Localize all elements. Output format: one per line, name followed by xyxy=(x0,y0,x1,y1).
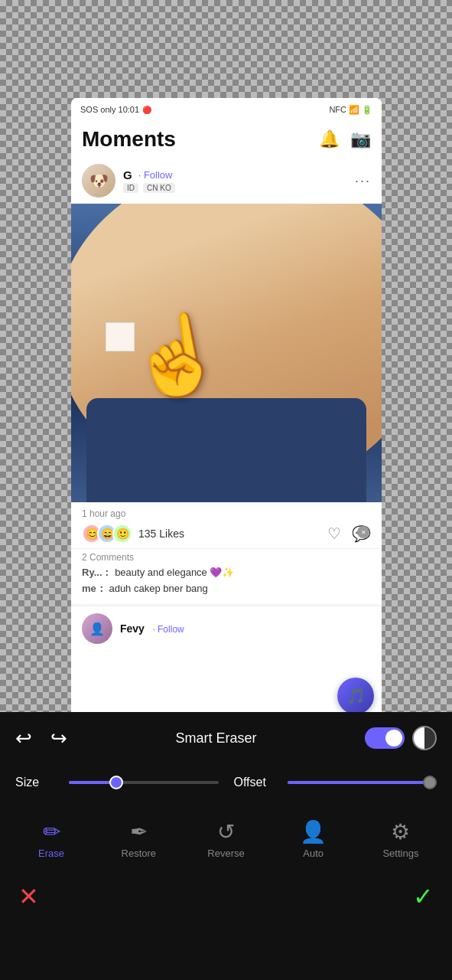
follow-button[interactable]: · Follow xyxy=(138,169,173,181)
restore-icon: ✒ xyxy=(130,819,148,844)
toggle-knob xyxy=(385,730,402,746)
comment-2-text: aduh cakep bner bang xyxy=(109,583,207,594)
comment-2: me： aduh cakep bner bang xyxy=(82,582,371,596)
signal-bars: 📶 xyxy=(349,105,359,115)
size-label: Size xyxy=(15,776,61,789)
undo-redo: ↩ ↪ xyxy=(15,727,67,750)
tool-settings[interactable]: ⚙ Settings xyxy=(357,819,444,859)
tool-reverse[interactable]: ↺ Reverse xyxy=(182,819,269,859)
auto-icon: 👤 xyxy=(300,819,327,844)
nfc-icon: NFC xyxy=(329,105,346,114)
smart-eraser-toggle[interactable] xyxy=(365,727,405,749)
contrast-icon[interactable] xyxy=(412,726,437,750)
toggle-container xyxy=(365,726,437,750)
sos-icon: 🔴 xyxy=(142,106,151,114)
tag-cn-ko: CN KO xyxy=(143,183,175,193)
user-info: G · Follow ID CN KO xyxy=(123,168,347,193)
reverse-icon: ↺ xyxy=(217,819,235,844)
post-image[interactable]: ☝ xyxy=(71,204,382,502)
post-footer: 1 hour ago 😊 😄 🙂 135 Likes ♡ 💬 ✕ xyxy=(71,502,382,548)
tool-buttons-row: ✏ Erase ✒ Restore ↺ Reverse 👤 Auto ⚙ Set… xyxy=(0,801,452,870)
offset-slider-fill xyxy=(288,781,437,784)
bell-icon[interactable]: 🔔 xyxy=(319,129,340,149)
cancel-button[interactable]: ✕ xyxy=(18,882,39,911)
person-body xyxy=(86,398,366,503)
likes-section: 😊 😄 🙂 135 Likes xyxy=(82,524,184,544)
comments-count: 2 Comments xyxy=(82,552,371,563)
status-bar: SOS only 10:01 🔴 NFC 📶 🔋 xyxy=(71,98,382,121)
comment-2-user: me： xyxy=(82,583,106,594)
tool-erase[interactable]: ✏ Erase xyxy=(8,819,95,859)
post-user-info: 🐶 G · Follow ID CN KO ··· xyxy=(71,158,382,204)
bottom-action-row: ✕ ✓ xyxy=(0,870,452,931)
next-username: Fevy xyxy=(120,622,145,635)
next-follow-button[interactable]: · Follow xyxy=(152,624,184,635)
next-post: 👤 Fevy · Follow xyxy=(71,604,382,650)
smart-eraser-row: ↩ ↪ Smart Eraser xyxy=(0,712,452,764)
size-slider-fill xyxy=(69,781,114,784)
close-badge: ✕ xyxy=(357,526,369,538)
post-time: 1 hour ago xyxy=(82,508,371,519)
post-more-button[interactable]: ··· xyxy=(355,173,371,189)
wifi-icon: 🔋 xyxy=(362,105,372,115)
reverse-label: Reverse xyxy=(207,848,244,859)
tag-id: ID xyxy=(123,183,138,193)
likes-count: 135 Likes xyxy=(138,528,184,540)
settings-icon: ⚙ xyxy=(391,819,410,844)
post-image-bg xyxy=(71,204,382,502)
next-user-info: Fevy · Follow xyxy=(120,622,184,635)
auto-label: Auto xyxy=(303,848,324,859)
offset-slider-thumb[interactable] xyxy=(423,776,437,789)
smart-eraser-label: Smart Eraser xyxy=(175,730,256,746)
settings-label: Settings xyxy=(382,848,418,859)
post-likes-row: 😊 😄 🙂 135 Likes ♡ 💬 ✕ xyxy=(82,524,371,544)
user-avatar[interactable]: 🐶 xyxy=(82,164,115,198)
undo-button[interactable]: ↩ xyxy=(15,727,32,750)
comment-icon-wrapper: 💬 ✕ xyxy=(352,524,371,543)
status-left: SOS only 10:01 🔴 xyxy=(80,105,151,114)
restore-label: Restore xyxy=(122,848,157,859)
tool-auto[interactable]: 👤 Auto xyxy=(270,819,357,859)
tool-restore[interactable]: ✒ Restore xyxy=(95,819,182,859)
comment-1-text: beauty and elegance 💜✨ xyxy=(115,567,234,578)
music-icon: 🎵 xyxy=(346,687,366,705)
avatar-image: 🐶 xyxy=(82,164,115,198)
offset-label: Offset xyxy=(234,776,280,789)
offset-slider-group: Offset xyxy=(234,776,437,789)
sliders-row: Size Offset xyxy=(0,764,452,801)
confirm-button[interactable]: ✓ xyxy=(413,882,434,911)
size-slider-group: Size xyxy=(15,776,219,789)
app-content: SOS only 10:01 🔴 NFC 📶 🔋 Moments 🔔 📷 🐶 xyxy=(71,98,382,772)
like-avatar-3: 🙂 xyxy=(112,524,132,544)
music-player-float[interactable]: 🎵 xyxy=(337,678,374,714)
offset-slider-track[interactable] xyxy=(288,781,437,784)
phone-screen: SOS only 10:01 🔴 NFC 📶 🔋 Moments 🔔 📷 🐶 xyxy=(71,98,382,772)
user-tags: ID CN KO xyxy=(123,183,347,193)
redo-button[interactable]: ↪ xyxy=(50,727,67,750)
user-name-row: G · Follow xyxy=(123,168,347,181)
erase-icon: ✏ xyxy=(43,819,60,844)
size-slider-thumb[interactable] xyxy=(109,776,123,789)
heart-icon[interactable]: ♡ xyxy=(327,524,341,543)
comment-1: Ry...： beauty and elegance 💜✨ xyxy=(82,566,371,580)
comment-1-user: Ry...： xyxy=(82,567,112,578)
moments-title: Moments xyxy=(82,127,176,152)
status-text: SOS only 10:01 xyxy=(80,105,139,114)
camera-settings-icon[interactable]: 📷 xyxy=(350,129,371,149)
post-actions: ♡ 💬 ✕ xyxy=(327,524,371,543)
erase-label: Erase xyxy=(38,848,64,859)
status-right: NFC 📶 🔋 xyxy=(329,105,372,115)
likes-avatars: 😊 😄 🙂 xyxy=(82,524,132,544)
app-header: Moments 🔔 📷 xyxy=(71,121,382,158)
next-user-avatar: 👤 xyxy=(82,613,112,644)
hand-cursor: ☝ xyxy=(122,303,232,409)
size-slider-track[interactable] xyxy=(69,781,219,784)
username: G xyxy=(123,168,132,181)
bottom-toolbar: ↩ ↪ Smart Eraser Size Offset xyxy=(0,712,452,980)
comments-section: 2 Comments Ry...： beauty and elegance 💜✨… xyxy=(71,548,382,604)
header-icons: 🔔 📷 xyxy=(319,129,371,149)
